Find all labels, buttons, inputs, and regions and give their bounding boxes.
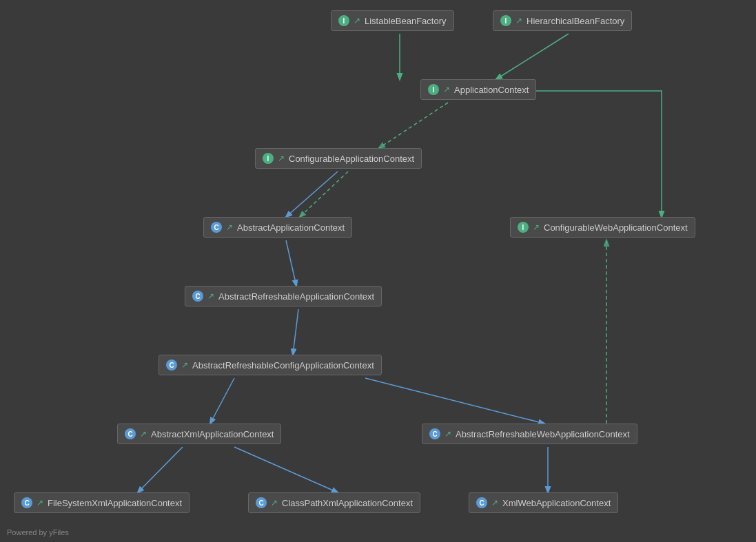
node-label: FileSystemXmlApplicationContext xyxy=(48,498,182,508)
node-xml-web-application-context[interactable]: C ↗ XmlWebApplicationContext xyxy=(469,492,618,513)
diagram-container: I ↗ ListableBeanFactory I ↗ Hierarchical… xyxy=(0,0,756,542)
node-configurable-web-application-context[interactable]: I ↗ ConfigurableWebApplicationContext xyxy=(510,217,695,238)
link-icon: ↗ xyxy=(278,154,285,163)
svg-line-6 xyxy=(293,309,298,355)
link-icon: ↗ xyxy=(271,498,278,508)
node-file-system-xml-application-context[interactable]: C ↗ FileSystemXmlApplicationContext xyxy=(14,492,190,513)
svg-line-3 xyxy=(300,171,348,217)
class-icon: C xyxy=(476,497,487,508)
class-icon: C xyxy=(256,497,267,508)
class-icon: C xyxy=(125,428,136,439)
connections-svg xyxy=(0,0,756,542)
node-label: ApplicationContext xyxy=(454,85,529,95)
node-configurable-application-context[interactable]: I ↗ ConfigurableApplicationContext xyxy=(255,148,422,169)
node-label: AbstractRefreshableWebApplicationContext xyxy=(456,429,630,439)
node-abstract-refreshable-config-application-context[interactable]: C ↗ AbstractRefreshableConfigApplication… xyxy=(159,355,382,375)
node-label: AbstractXmlApplicationContext xyxy=(151,429,274,439)
class-icon: C xyxy=(192,291,203,302)
interface-icon: I xyxy=(263,153,274,164)
svg-line-1 xyxy=(496,34,569,79)
node-abstract-refreshable-web-application-context[interactable]: C ↗ AbstractRefreshableWebApplicationCon… xyxy=(422,424,637,444)
class-icon: C xyxy=(21,497,32,508)
link-icon: ↗ xyxy=(515,16,522,25)
link-icon: ↗ xyxy=(181,360,188,370)
svg-line-8 xyxy=(365,378,544,424)
node-label: ClassPathXmlApplicationContext xyxy=(282,498,413,508)
link-icon: ↗ xyxy=(533,222,540,232)
node-class-path-xml-application-context[interactable]: C ↗ ClassPathXmlApplicationContext xyxy=(248,492,420,513)
node-abstract-refreshable-application-context[interactable]: C ↗ AbstractRefreshableApplicationContex… xyxy=(185,286,382,306)
link-icon: ↗ xyxy=(226,222,233,232)
svg-line-11 xyxy=(234,447,338,492)
powered-by-label: Powered by yFiles xyxy=(7,528,69,536)
link-icon: ↗ xyxy=(445,429,451,439)
svg-line-7 xyxy=(210,378,234,424)
link-icon: ↗ xyxy=(207,291,214,301)
node-label: AbstractRefreshableApplicationContext xyxy=(218,291,374,302)
node-label: AbstractApplicationContext xyxy=(237,222,345,233)
interface-icon: I xyxy=(518,222,529,233)
node-label: ListableBeanFactory xyxy=(365,16,447,26)
class-icon: C xyxy=(166,359,177,371)
svg-line-5 xyxy=(286,240,296,286)
class-icon: C xyxy=(429,428,440,439)
node-hierarchical-bean-factory[interactable]: I ↗ HierarchicalBeanFactory xyxy=(493,10,632,31)
node-application-context[interactable]: I ↗ ApplicationContext xyxy=(420,79,536,100)
node-label: AbstractRefreshableConfigApplicationCont… xyxy=(192,360,374,371)
link-icon: ↗ xyxy=(37,498,43,508)
interface-icon: I xyxy=(500,15,511,26)
node-label: ConfigurableWebApplicationContext xyxy=(544,222,688,233)
svg-line-10 xyxy=(138,447,183,492)
svg-line-2 xyxy=(379,103,448,148)
svg-line-4 xyxy=(286,171,338,217)
class-icon: C xyxy=(211,222,222,233)
node-listable-bean-factory[interactable]: I ↗ ListableBeanFactory xyxy=(331,10,454,31)
interface-icon: I xyxy=(338,15,349,26)
link-icon: ↗ xyxy=(354,16,360,25)
interface-icon: I xyxy=(428,84,439,95)
node-label: HierarchicalBeanFactory xyxy=(527,16,624,26)
link-icon: ↗ xyxy=(140,429,147,439)
node-abstract-xml-application-context[interactable]: C ↗ AbstractXmlApplicationContext xyxy=(117,424,281,444)
node-abstract-application-context[interactable]: C ↗ AbstractApplicationContext xyxy=(203,217,352,238)
link-icon: ↗ xyxy=(443,85,450,94)
node-label: ConfigurableApplicationContext xyxy=(289,154,414,164)
link-icon: ↗ xyxy=(491,498,498,508)
node-label: XmlWebApplicationContext xyxy=(502,498,611,508)
